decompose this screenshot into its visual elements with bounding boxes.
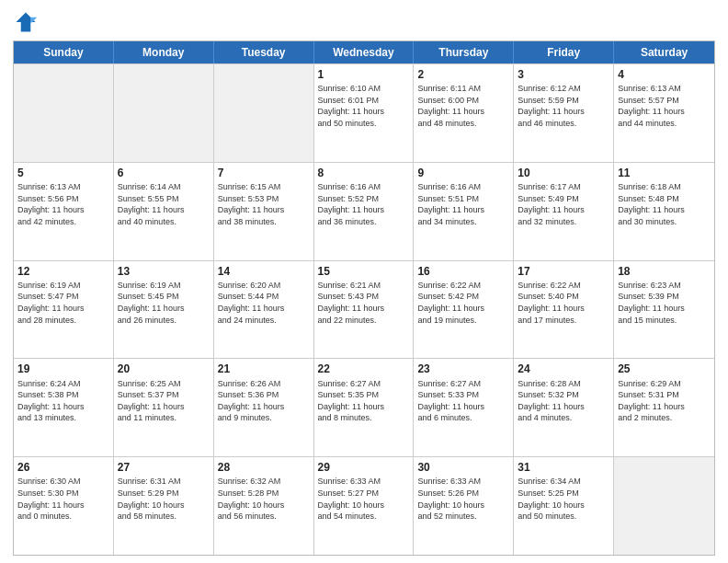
cal-week-4: 19Sunrise: 6:24 AM Sunset: 5:38 PM Dayli…	[14, 358, 714, 456]
day-number: 6	[118, 166, 210, 180]
cal-cell: 25Sunrise: 6:29 AM Sunset: 5:31 PM Dayli…	[614, 359, 714, 456]
day-info: Sunrise: 6:26 AM Sunset: 5:36 PM Dayligh…	[218, 378, 310, 424]
day-number: 27	[118, 460, 210, 475]
day-info: Sunrise: 6:29 AM Sunset: 5:31 PM Dayligh…	[618, 378, 711, 424]
svg-marker-0	[17, 13, 36, 32]
day-info: Sunrise: 6:16 AM Sunset: 5:51 PM Dayligh…	[417, 181, 509, 227]
logo-icon	[13, 9, 39, 35]
day-number: 29	[318, 460, 410, 475]
cal-cell: 12Sunrise: 6:19 AM Sunset: 5:47 PM Dayli…	[14, 261, 114, 359]
day-info: Sunrise: 6:33 AM Sunset: 5:26 PM Dayligh…	[417, 476, 509, 522]
cal-header-saturday: Saturday	[614, 41, 714, 63]
cal-header-wednesday: Wednesday	[314, 41, 415, 63]
day-info: Sunrise: 6:20 AM Sunset: 5:44 PM Dayligh…	[218, 280, 310, 326]
day-number: 12	[17, 264, 109, 279]
day-number: 9	[417, 166, 509, 180]
day-number: 19	[17, 362, 109, 376]
cal-cell: 5Sunrise: 6:13 AM Sunset: 5:56 PM Daylig…	[14, 163, 114, 260]
day-info: Sunrise: 6:23 AM Sunset: 5:39 PM Dayligh…	[618, 280, 711, 326]
cal-cell: 20Sunrise: 6:25 AM Sunset: 5:37 PM Dayli…	[114, 359, 214, 456]
day-number: 2	[417, 67, 509, 82]
cal-cell: 28Sunrise: 6:32 AM Sunset: 5:28 PM Dayli…	[214, 457, 314, 555]
day-number: 28	[218, 460, 310, 475]
cal-cell	[114, 64, 214, 162]
day-info: Sunrise: 6:12 AM Sunset: 5:59 PM Dayligh…	[518, 83, 609, 129]
cal-cell: 27Sunrise: 6:31 AM Sunset: 5:29 PM Dayli…	[114, 457, 214, 555]
cal-cell: 4Sunrise: 6:13 AM Sunset: 5:57 PM Daylig…	[614, 64, 714, 162]
cal-cell: 2Sunrise: 6:11 AM Sunset: 6:00 PM Daylig…	[414, 64, 514, 162]
cal-header-thursday: Thursday	[414, 41, 514, 63]
cal-cell: 17Sunrise: 6:22 AM Sunset: 5:40 PM Dayli…	[514, 261, 614, 359]
cal-cell: 24Sunrise: 6:28 AM Sunset: 5:32 PM Dayli…	[514, 359, 614, 456]
cal-cell: 22Sunrise: 6:27 AM Sunset: 5:35 PM Dayli…	[314, 359, 415, 456]
cal-cell: 3Sunrise: 6:12 AM Sunset: 5:59 PM Daylig…	[514, 64, 614, 162]
cal-cell: 19Sunrise: 6:24 AM Sunset: 5:38 PM Dayli…	[14, 359, 114, 456]
day-info: Sunrise: 6:22 AM Sunset: 5:42 PM Dayligh…	[417, 280, 509, 326]
day-number: 11	[618, 166, 711, 180]
day-info: Sunrise: 6:15 AM Sunset: 5:53 PM Dayligh…	[218, 181, 310, 227]
page: SundayMondayTuesdayWednesdayThursdayFrid…	[0, 0, 728, 563]
day-info: Sunrise: 6:30 AM Sunset: 5:30 PM Dayligh…	[17, 476, 109, 522]
svg-marker-1	[30, 17, 37, 24]
cal-header-sunday: Sunday	[14, 41, 114, 63]
day-number: 1	[318, 67, 410, 82]
day-number: 22	[318, 362, 410, 376]
day-info: Sunrise: 6:17 AM Sunset: 5:49 PM Dayligh…	[518, 181, 609, 227]
day-info: Sunrise: 6:22 AM Sunset: 5:40 PM Dayligh…	[518, 280, 609, 326]
day-number: 17	[518, 264, 609, 279]
day-number: 4	[618, 67, 711, 82]
cal-cell: 7Sunrise: 6:15 AM Sunset: 5:53 PM Daylig…	[214, 163, 314, 260]
cal-cell: 21Sunrise: 6:26 AM Sunset: 5:36 PM Dayli…	[214, 359, 314, 456]
day-number: 7	[218, 166, 310, 180]
cal-cell: 16Sunrise: 6:22 AM Sunset: 5:42 PM Dayli…	[414, 261, 514, 359]
cal-header-tuesday: Tuesday	[214, 41, 314, 63]
logo	[13, 9, 40, 35]
day-info: Sunrise: 6:19 AM Sunset: 5:45 PM Dayligh…	[118, 280, 210, 326]
cal-cell: 9Sunrise: 6:16 AM Sunset: 5:51 PM Daylig…	[414, 163, 514, 260]
cal-cell: 11Sunrise: 6:18 AM Sunset: 5:48 PM Dayli…	[614, 163, 714, 260]
day-info: Sunrise: 6:19 AM Sunset: 5:47 PM Dayligh…	[17, 280, 109, 326]
day-info: Sunrise: 6:10 AM Sunset: 6:01 PM Dayligh…	[318, 83, 410, 129]
cal-week-1: 1Sunrise: 6:10 AM Sunset: 6:01 PM Daylig…	[14, 63, 714, 162]
day-info: Sunrise: 6:13 AM Sunset: 5:57 PM Dayligh…	[618, 83, 711, 129]
day-number: 20	[118, 362, 210, 376]
cal-cell: 29Sunrise: 6:33 AM Sunset: 5:27 PM Dayli…	[314, 457, 415, 555]
day-info: Sunrise: 6:31 AM Sunset: 5:29 PM Dayligh…	[118, 476, 210, 522]
day-info: Sunrise: 6:18 AM Sunset: 5:48 PM Dayligh…	[618, 181, 711, 227]
cal-cell: 13Sunrise: 6:19 AM Sunset: 5:45 PM Dayli…	[114, 261, 214, 359]
day-number: 21	[218, 362, 310, 376]
calendar-body: 1Sunrise: 6:10 AM Sunset: 6:01 PM Daylig…	[14, 63, 714, 555]
cal-header-friday: Friday	[514, 41, 614, 63]
cal-cell: 31Sunrise: 6:34 AM Sunset: 5:25 PM Dayli…	[514, 457, 614, 555]
day-info: Sunrise: 6:33 AM Sunset: 5:27 PM Dayligh…	[318, 476, 410, 522]
day-info: Sunrise: 6:25 AM Sunset: 5:37 PM Dayligh…	[118, 378, 210, 424]
cal-cell: 30Sunrise: 6:33 AM Sunset: 5:26 PM Dayli…	[414, 457, 514, 555]
day-number: 25	[618, 362, 711, 376]
cal-cell	[14, 64, 114, 162]
day-number: 14	[218, 264, 310, 279]
day-info: Sunrise: 6:11 AM Sunset: 6:00 PM Dayligh…	[417, 83, 509, 129]
cal-cell: 1Sunrise: 6:10 AM Sunset: 6:01 PM Daylig…	[314, 64, 415, 162]
day-info: Sunrise: 6:32 AM Sunset: 5:28 PM Dayligh…	[218, 476, 310, 522]
day-number: 16	[417, 264, 509, 279]
header	[13, 9, 715, 35]
day-number: 24	[518, 362, 609, 376]
day-number: 15	[318, 264, 410, 279]
cal-cell: 26Sunrise: 6:30 AM Sunset: 5:30 PM Dayli…	[14, 457, 114, 555]
day-info: Sunrise: 6:16 AM Sunset: 5:52 PM Dayligh…	[318, 181, 410, 227]
day-info: Sunrise: 6:13 AM Sunset: 5:56 PM Dayligh…	[17, 181, 109, 227]
day-number: 8	[318, 166, 410, 180]
day-number: 30	[417, 460, 509, 475]
day-number: 5	[17, 166, 109, 180]
cal-cell: 10Sunrise: 6:17 AM Sunset: 5:49 PM Dayli…	[514, 163, 614, 260]
cal-cell: 23Sunrise: 6:27 AM Sunset: 5:33 PM Dayli…	[414, 359, 514, 456]
day-number: 13	[118, 264, 210, 279]
day-number: 26	[17, 460, 109, 475]
cal-cell	[214, 64, 314, 162]
cal-cell: 18Sunrise: 6:23 AM Sunset: 5:39 PM Dayli…	[614, 261, 714, 359]
cal-week-2: 5Sunrise: 6:13 AM Sunset: 5:56 PM Daylig…	[14, 162, 714, 260]
day-info: Sunrise: 6:28 AM Sunset: 5:32 PM Dayligh…	[518, 378, 609, 424]
day-info: Sunrise: 6:24 AM Sunset: 5:38 PM Dayligh…	[17, 378, 109, 424]
cal-header-monday: Monday	[114, 41, 214, 63]
calendar: SundayMondayTuesdayWednesdayThursdayFrid…	[13, 40, 715, 556]
